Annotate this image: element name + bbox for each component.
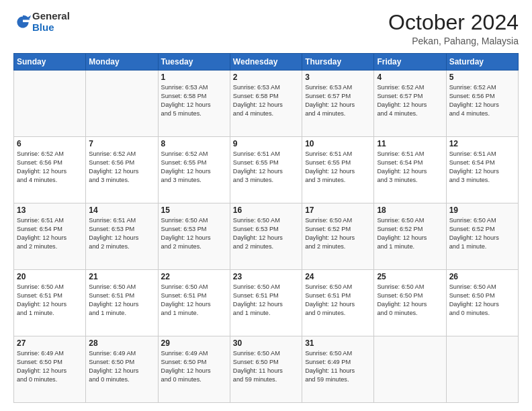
weekday-header-sunday: Sunday [14,54,86,71]
cell-content: Sunrise: 6:50 AMSunset: 6:50 PMDaylight:… [233,349,299,384]
calendar-cell: 10Sunrise: 6:51 AMSunset: 6:55 PMDayligh… [302,137,374,203]
calendar-cell: 16Sunrise: 6:50 AMSunset: 6:53 PMDayligh… [230,203,302,270]
calendar-cell: 15Sunrise: 6:50 AMSunset: 6:53 PMDayligh… [158,203,230,270]
calendar-cell: 22Sunrise: 6:50 AMSunset: 6:51 PMDayligh… [158,270,230,336]
calendar-cell: 14Sunrise: 6:51 AMSunset: 6:53 PMDayligh… [86,203,158,270]
day-number: 6 [17,139,83,148]
day-number: 19 [449,205,515,215]
calendar-cell: 2Sunrise: 6:53 AMSunset: 6:58 PMDaylight… [230,71,302,137]
logo-icon [15,14,31,30]
calendar-cell: 31Sunrise: 6:50 AMSunset: 6:49 PMDayligh… [302,336,374,403]
cell-content: Sunrise: 6:52 AMSunset: 6:55 PMDaylight:… [161,150,227,185]
week-row-0: 1Sunrise: 6:53 AMSunset: 6:58 PMDaylight… [14,71,519,137]
calendar-cell: 29Sunrise: 6:49 AMSunset: 6:50 PMDayligh… [158,336,230,403]
calendar-cell: 17Sunrise: 6:50 AMSunset: 6:52 PMDayligh… [302,203,374,270]
day-number: 12 [449,139,515,148]
cell-content: Sunrise: 6:51 AMSunset: 6:54 PMDaylight:… [377,150,443,185]
cell-content: Sunrise: 6:50 AMSunset: 6:50 PMDaylight:… [377,283,443,318]
day-number: 28 [89,338,154,348]
calendar-cell [14,71,86,137]
day-number: 3 [305,73,371,82]
day-number: 31 [305,338,371,348]
weekday-header-monday: Monday [86,54,158,71]
calendar-cell [86,71,158,137]
cell-content: Sunrise: 6:50 AMSunset: 6:51 PMDaylight:… [233,283,299,318]
cell-content: Sunrise: 6:51 AMSunset: 6:54 PMDaylight:… [449,150,515,185]
calendar-cell: 26Sunrise: 6:50 AMSunset: 6:50 PMDayligh… [446,270,518,336]
day-number: 17 [305,205,371,215]
cell-content: Sunrise: 6:51 AMSunset: 6:53 PMDaylight:… [89,216,154,251]
cell-content: Sunrise: 6:53 AMSunset: 6:57 PMDaylight:… [305,83,371,118]
cell-content: Sunrise: 6:49 AMSunset: 6:50 PMDaylight:… [89,349,154,384]
calendar-cell [374,336,446,403]
day-number: 14 [89,205,154,215]
page: General Blue October 2024 Pekan, Pahang,… [0,0,532,411]
day-number: 15 [161,205,227,215]
day-number: 11 [377,139,443,148]
cell-content: Sunrise: 6:51 AMSunset: 6:55 PMDaylight:… [233,150,299,185]
cell-content: Sunrise: 6:50 AMSunset: 6:51 PMDaylight:… [161,283,227,318]
cell-content: Sunrise: 6:50 AMSunset: 6:52 PMDaylight:… [449,216,515,251]
week-row-2: 13Sunrise: 6:51 AMSunset: 6:54 PMDayligh… [14,203,519,270]
day-number: 7 [89,139,154,148]
month-title: October 2024 [388,11,519,34]
calendar-cell: 23Sunrise: 6:50 AMSunset: 6:51 PMDayligh… [230,270,302,336]
title-section: October 2024 Pekan, Pahang, Malaysia [388,11,519,46]
day-number: 21 [89,272,154,281]
day-number: 29 [161,338,227,348]
calendar-cell: 18Sunrise: 6:50 AMSunset: 6:52 PMDayligh… [374,203,446,270]
calendar-cell [446,336,518,403]
logo-general-text: General [32,11,70,22]
calendar-cell: 4Sunrise: 6:52 AMSunset: 6:57 PMDaylight… [374,71,446,137]
day-number: 27 [17,338,83,348]
calendar-cell: 20Sunrise: 6:50 AMSunset: 6:51 PMDayligh… [14,270,86,336]
day-number: 5 [449,73,515,82]
weekday-header-saturday: Saturday [446,54,518,71]
weekday-header-wednesday: Wednesday [230,54,302,71]
cell-content: Sunrise: 6:52 AMSunset: 6:57 PMDaylight:… [377,83,443,118]
day-number: 8 [161,139,227,148]
cell-content: Sunrise: 6:50 AMSunset: 6:52 PMDaylight:… [305,216,371,251]
cell-content: Sunrise: 6:49 AMSunset: 6:50 PMDaylight:… [161,349,227,384]
calendar-cell: 24Sunrise: 6:50 AMSunset: 6:51 PMDayligh… [302,270,374,336]
cell-content: Sunrise: 6:49 AMSunset: 6:50 PMDaylight:… [17,349,83,384]
weekday-header-row: SundayMondayTuesdayWednesdayThursdayFrid… [14,54,519,71]
calendar-cell: 12Sunrise: 6:51 AMSunset: 6:54 PMDayligh… [446,137,518,203]
cell-content: Sunrise: 6:50 AMSunset: 6:49 PMDaylight:… [305,349,371,384]
day-number: 30 [233,338,299,348]
cell-content: Sunrise: 6:51 AMSunset: 6:55 PMDaylight:… [305,150,371,185]
day-number: 18 [377,205,443,215]
calendar-cell: 9Sunrise: 6:51 AMSunset: 6:55 PMDaylight… [230,137,302,203]
calendar-cell: 1Sunrise: 6:53 AMSunset: 6:58 PMDaylight… [158,71,230,137]
cell-content: Sunrise: 6:51 AMSunset: 6:54 PMDaylight:… [17,216,83,251]
cell-content: Sunrise: 6:50 AMSunset: 6:51 PMDaylight:… [305,283,371,318]
day-number: 24 [305,272,371,281]
weekday-header-tuesday: Tuesday [158,54,230,71]
day-number: 4 [377,73,443,82]
cell-content: Sunrise: 6:50 AMSunset: 6:50 PMDaylight:… [449,283,515,318]
cell-content: Sunrise: 6:50 AMSunset: 6:52 PMDaylight:… [377,216,443,251]
cell-content: Sunrise: 6:50 AMSunset: 6:51 PMDaylight:… [89,283,154,318]
calendar-cell: 3Sunrise: 6:53 AMSunset: 6:57 PMDaylight… [302,71,374,137]
week-row-3: 20Sunrise: 6:50 AMSunset: 6:51 PMDayligh… [14,270,519,336]
cell-content: Sunrise: 6:50 AMSunset: 6:53 PMDaylight:… [233,216,299,251]
day-number: 2 [233,73,299,82]
weekday-header-thursday: Thursday [302,54,374,71]
cell-content: Sunrise: 6:52 AMSunset: 6:56 PMDaylight:… [89,150,154,185]
calendar-cell: 27Sunrise: 6:49 AMSunset: 6:50 PMDayligh… [14,336,86,403]
calendar-cell: 7Sunrise: 6:52 AMSunset: 6:56 PMDaylight… [86,137,158,203]
day-number: 13 [17,205,83,215]
day-number: 9 [233,139,299,148]
day-number: 25 [377,272,443,281]
weekday-header-friday: Friday [374,54,446,71]
day-number: 26 [449,272,515,281]
cell-content: Sunrise: 6:53 AMSunset: 6:58 PMDaylight:… [233,83,299,118]
day-number: 1 [161,73,227,82]
calendar-cell: 28Sunrise: 6:49 AMSunset: 6:50 PMDayligh… [86,336,158,403]
week-row-4: 27Sunrise: 6:49 AMSunset: 6:50 PMDayligh… [14,336,519,403]
cell-content: Sunrise: 6:52 AMSunset: 6:56 PMDaylight:… [449,83,515,118]
cell-content: Sunrise: 6:50 AMSunset: 6:51 PMDaylight:… [17,283,83,318]
cell-content: Sunrise: 6:53 AMSunset: 6:58 PMDaylight:… [161,83,227,118]
logo-blue-text: Blue [32,22,70,34]
cell-content: Sunrise: 6:52 AMSunset: 6:56 PMDaylight:… [17,150,83,185]
